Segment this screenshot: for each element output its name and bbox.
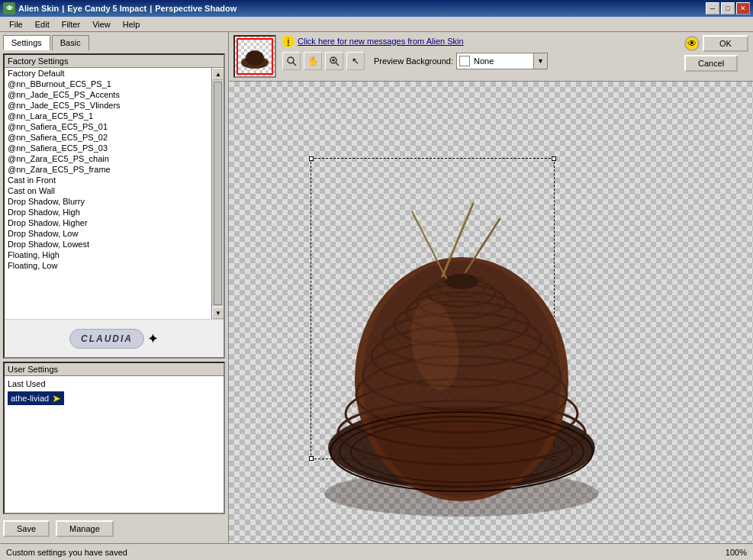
list-item[interactable]: @nn_Zara_EC5_PS_chain — [5, 153, 211, 164]
list-item[interactable]: Factory Default — [5, 68, 211, 79]
menu-view[interactable]: View — [86, 18, 117, 31]
tab-basic[interactable]: Basic — [52, 35, 89, 50]
save-button[interactable]: Save — [3, 520, 50, 537]
list-item[interactable]: @nn_Lara_EC5_PS_1 — [5, 111, 211, 121]
list-item[interactable]: Drop Shadow, Lowest — [5, 239, 211, 249]
title-separator-1: | — [62, 4, 64, 13]
app-name: Alien Skin — [18, 4, 59, 13]
thumbnail-svg — [240, 41, 270, 72]
menu-filter[interactable]: Filter — [56, 18, 86, 31]
info-icon: i — [282, 35, 294, 47]
list-item[interactable]: Drop Shadow, Low — [5, 228, 211, 239]
cancel-button[interactable]: Cancel — [684, 55, 738, 72]
hand-icon: ✋ — [307, 56, 319, 66]
user-item-text: athe-liviad — [11, 394, 49, 403]
factory-settings-header: Factory Settings — [5, 55, 224, 68]
list-item[interactable]: Drop Shadow, High — [5, 207, 211, 217]
list-item[interactable]: @nn_Safiera_EC5_PS_02 — [5, 132, 211, 143]
factory-settings-box: Factory Settings Factory Default @nn_BBu… — [3, 53, 225, 359]
svg-line-5 — [336, 63, 339, 66]
list-item[interactable]: @nn_Zara_EC5_PS_frame — [5, 164, 211, 175]
factory-settings-scrollbar[interactable]: ▲ ▼ — [211, 68, 224, 319]
settings-scroll-wrapper: Factory Default @nn_BBurnout_EC5_PS_1 @n… — [5, 68, 224, 319]
magnify-icon — [286, 56, 297, 66]
settings-list-container[interactable]: Factory Default @nn_BBurnout_EC5_PS_1 @n… — [5, 68, 211, 319]
svg-point-23 — [445, 274, 478, 289]
tab-bar: Settings Basic — [3, 35, 225, 50]
ok-row: 👁 OK — [684, 35, 748, 52]
user-settings-header: User Settings — [5, 363, 224, 376]
dropdown-arrow-icon[interactable]: ▼ — [533, 53, 547, 69]
dropdown-value: None — [472, 56, 533, 66]
right-top-row: i Click here for new messages from Alien… — [229, 32, 753, 82]
hand-icon-btn[interactable]: ✋ — [304, 52, 322, 70]
scroll-thumb[interactable] — [214, 82, 222, 305]
ok-icon: 👁 — [684, 36, 700, 51]
canvas-area[interactable] — [229, 82, 753, 543]
watermark-area: CLAUDIA ✦ — [5, 319, 224, 357]
list-item[interactable]: Floating, High — [5, 249, 211, 260]
cursor-icon-btn[interactable]: ↖ — [346, 52, 365, 70]
user-settings-label: User Settings — [8, 365, 58, 374]
ok-button[interactable]: OK — [703, 35, 748, 52]
bottom-buttons: Save Manage — [3, 517, 225, 540]
user-settings-content: Last Used athe-liviad ➤ — [5, 376, 224, 513]
factory-settings-list: Factory Default @nn_BBurnout_EC5_PS_1 @n… — [5, 68, 211, 271]
thumbnail-box — [233, 35, 276, 78]
plugin-name: Eye Candy 5 Impact — [67, 4, 146, 13]
list-item[interactable]: @nn_Safiera_EC5_PS_03 — [5, 143, 211, 153]
tab-settings[interactable]: Settings — [3, 35, 50, 50]
manage-button[interactable]: Manage — [56, 520, 114, 537]
user-settings-box: User Settings Last Used athe-liviad ➤ — [3, 362, 225, 514]
list-item[interactable]: Drop Shadow, Higher — [5, 217, 211, 228]
toolbar-row: ✋ ↖ Preview Background: — [282, 52, 678, 70]
user-item-selected[interactable]: athe-liviad ➤ — [8, 391, 64, 405]
svg-line-3 — [293, 63, 296, 66]
scroll-up-button[interactable]: ▲ — [212, 68, 224, 80]
claudia-watermark: CLAUDIA — [69, 329, 144, 349]
status-bar: Custom settings you have saved 100% — [0, 543, 753, 560]
info-link[interactable]: i Click here for new messages from Alien… — [282, 35, 678, 47]
menu-help[interactable]: Help — [117, 18, 146, 31]
svg-point-1 — [246, 50, 264, 66]
title-bar-left: 👁 Alien Skin | Eye Candy 5 Impact | Pers… — [3, 2, 237, 14]
window-controls: ─ □ ✕ — [706, 2, 750, 14]
app-icon: 👁 — [3, 2, 15, 14]
main-container: Settings Basic Factory Settings Factory … — [0, 32, 753, 543]
info-tools-column: i Click here for new messages from Alien… — [282, 35, 678, 70]
list-item[interactable]: Floating, Low — [5, 260, 211, 271]
hat-svg — [294, 143, 637, 539]
arrow-right-icon: ➤ — [52, 392, 61, 404]
menu-edit[interactable]: Edit — [29, 18, 56, 31]
list-item[interactable]: @nn_Jade_EC5_PS_Accents — [5, 89, 211, 100]
title-bar: 👁 Alien Skin | Eye Candy 5 Impact | Pers… — [0, 0, 753, 17]
menu-file[interactable]: File — [3, 18, 29, 31]
last-used-label: Last Used — [8, 379, 220, 388]
ok-cancel-section: 👁 OK Cancel — [684, 35, 748, 72]
zoom-level: 100% — [726, 548, 747, 557]
preview-bg-dropdown[interactable]: None ▼ — [456, 53, 548, 69]
list-item[interactable]: Drop Shadow, Blurry — [5, 196, 211, 207]
dropdown-color-swatch — [459, 56, 470, 66]
magnify-icon-btn[interactable] — [282, 52, 301, 70]
minimize-button[interactable]: ─ — [706, 2, 719, 14]
zoom-icon — [329, 56, 339, 66]
menu-bar: File Edit Filter View Help — [0, 17, 753, 32]
close-button[interactable]: ✕ — [736, 2, 750, 14]
cursor-icon: ↖ — [352, 56, 359, 66]
list-item[interactable]: @nn_Safiera_EC5_PS_01 — [5, 121, 211, 132]
list-item[interactable]: Cast on Wall — [5, 185, 211, 196]
list-item[interactable]: @nn_Jade_EC5_PS_Vlinders — [5, 100, 211, 111]
status-text: Custom settings you have saved — [6, 548, 127, 557]
scroll-down-button[interactable]: ▼ — [212, 307, 224, 319]
zoom-icon-btn[interactable] — [325, 52, 343, 70]
filter-name: Perspective Shadow — [155, 4, 237, 13]
list-item[interactable]: @nn_BBurnout_EC5_PS_1 — [5, 79, 211, 89]
preview-bg-label: Preview Background: — [374, 56, 453, 66]
list-item[interactable]: Cast in Front — [5, 175, 211, 185]
watermark-star-icon: ✦ — [147, 330, 159, 347]
right-panel: i Click here for new messages from Alien… — [229, 32, 753, 543]
factory-settings-label: Factory Settings — [8, 56, 68, 66]
maximize-button[interactable]: □ — [721, 2, 735, 14]
left-panel: Settings Basic Factory Settings Factory … — [0, 32, 229, 543]
